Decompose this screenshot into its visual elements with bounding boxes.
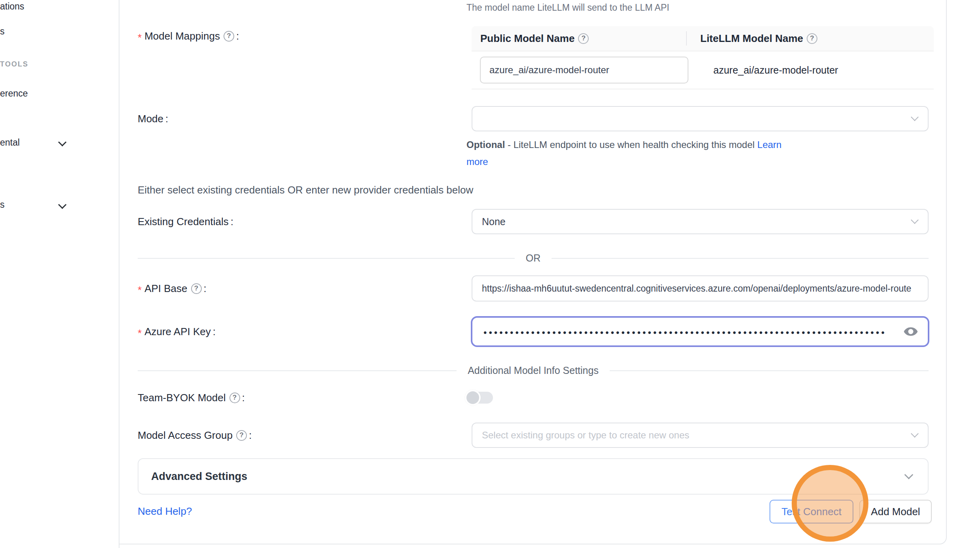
- model-access-group-label-text: Model Access Group: [138, 429, 233, 442]
- divider-line: [552, 258, 929, 259]
- help-question-icon[interactable]: [236, 430, 247, 441]
- chevron-down-icon: [911, 216, 919, 224]
- advanced-settings-label: Advanced Settings: [151, 470, 247, 483]
- team-byok-toggle[interactable]: [466, 392, 493, 404]
- mode-label: Mode: [138, 110, 168, 127]
- mode-select[interactable]: [472, 106, 929, 131]
- model-access-group-placeholder: Select existing groups or type to create…: [482, 430, 689, 441]
- sidebar-item-clipped-2[interactable]: s: [0, 25, 5, 38]
- label-colon: [231, 216, 233, 228]
- label-colon: [213, 326, 216, 338]
- help-question-icon[interactable]: [807, 33, 817, 44]
- chevron-down-icon: [904, 470, 914, 480]
- litellm-model-name-help: The model name LiteLLM will send to the …: [466, 2, 669, 13]
- existing-credentials-label-text: Existing Credentials: [138, 216, 229, 228]
- divider-line: [610, 370, 929, 371]
- additional-settings-divider-text: Additional Model Info Settings: [468, 365, 599, 376]
- chevron-down-icon: [911, 113, 919, 121]
- required-asterisk: [138, 29, 142, 43]
- mode-help-text: Optional - LiteLLM endpoint to use when …: [466, 136, 791, 170]
- credentials-note: Either select existing credentials OR en…: [138, 184, 473, 196]
- public-model-name-header-text: Public Model Name: [480, 32, 574, 45]
- api-base-input[interactable]: https://ishaa-mh6uutut-swedencentral.cog…: [472, 275, 929, 301]
- chevron-down-icon[interactable]: [58, 201, 66, 209]
- model-mappings-label: Model Mappings: [138, 28, 239, 44]
- model-mappings-label-text: Model Mappings: [144, 30, 220, 42]
- sidebar-item-clipped-5[interactable]: s: [0, 198, 5, 211]
- public-model-name-input[interactable]: azure_ai/azure-model-router: [480, 57, 688, 83]
- divider-line: [138, 258, 515, 259]
- sidebar-section-tools: TOOLS: [0, 59, 28, 70]
- eye-icon[interactable]: [903, 324, 918, 339]
- api-base-label: API Base: [138, 280, 207, 297]
- or-divider: OR: [138, 252, 929, 264]
- test-connect-button[interactable]: Test Connect: [770, 500, 853, 523]
- required-asterisk: [138, 325, 142, 338]
- label-colon: [242, 392, 245, 404]
- label-colon: [249, 429, 252, 442]
- sidebar-item-clipped-3[interactable]: erence: [0, 87, 28, 100]
- label-colon: [165, 113, 168, 125]
- divider-line: [138, 370, 457, 371]
- add-model-panel: The model name LiteLLM will send to the …: [119, 0, 947, 544]
- advanced-settings-panel[interactable]: Advanced Settings: [138, 458, 929, 495]
- litellm-model-name-value: azure_ai/azure-model-router: [713, 51, 838, 89]
- need-help-link[interactable]: Need Help?: [138, 505, 192, 518]
- additional-settings-divider: Additional Model Info Settings: [138, 365, 929, 376]
- model-mappings-header: Public Model Name LiteLLM Model Name: [472, 26, 934, 51]
- existing-credentials-value: None: [482, 216, 506, 228]
- azure-api-key-input[interactable]: ••••••••••••••••••••••••••••••••••••••••…: [471, 316, 929, 347]
- label-colon: [236, 30, 239, 42]
- help-question-icon[interactable]: [229, 393, 240, 403]
- chevron-down-icon[interactable]: [58, 138, 66, 146]
- mode-help-body: - LiteLLM endpoint to use when health ch…: [505, 139, 757, 150]
- litellm-model-name-header: LiteLLM Model Name: [687, 32, 817, 45]
- add-model-button[interactable]: Add Model: [859, 500, 932, 523]
- team-byok-label: Team-BYOK Model: [138, 389, 245, 406]
- team-byok-label-text: Team-BYOK Model: [138, 392, 226, 404]
- model-access-group-select[interactable]: Select existing groups or type to create…: [472, 423, 929, 448]
- mode-help-bold: Optional: [466, 139, 505, 150]
- sidebar-item-clipped-4[interactable]: ental: [0, 136, 20, 149]
- or-divider-text: OR: [526, 252, 541, 264]
- model-mappings-table: Public Model Name LiteLLM Model Name azu…: [472, 26, 934, 89]
- chevron-down-icon: [911, 430, 919, 438]
- masked-api-key-value: ••••••••••••••••••••••••••••••••••••••••…: [483, 326, 887, 338]
- sidebar: ations s TOOLS erence ental s: [0, 0, 119, 548]
- public-model-name-header: Public Model Name: [472, 26, 687, 51]
- azure-api-key-label: Azure API Key: [138, 323, 216, 340]
- add-model-form-screen: ations s TOOLS erence ental s The model …: [0, 0, 980, 548]
- existing-credentials-select[interactable]: None: [472, 209, 929, 234]
- help-question-icon[interactable]: [191, 283, 202, 294]
- mode-label-text: Mode: [138, 113, 163, 125]
- model-mappings-row: azure_ai/azure-model-router azure_ai/azu…: [472, 51, 934, 89]
- help-question-icon[interactable]: [578, 33, 589, 44]
- toggle-knob: [465, 390, 481, 406]
- azure-api-key-label-text: Azure API Key: [144, 326, 211, 338]
- litellm-model-name-header-text: LiteLLM Model Name: [700, 32, 803, 45]
- required-asterisk: [138, 282, 142, 295]
- model-access-group-label: Model Access Group: [138, 427, 252, 444]
- label-colon: [204, 283, 207, 295]
- sidebar-item-clipped-1[interactable]: ations: [0, 0, 24, 13]
- help-question-icon[interactable]: [224, 31, 234, 42]
- api-base-label-text: API Base: [144, 283, 187, 295]
- existing-credentials-label: Existing Credentials: [138, 213, 233, 230]
